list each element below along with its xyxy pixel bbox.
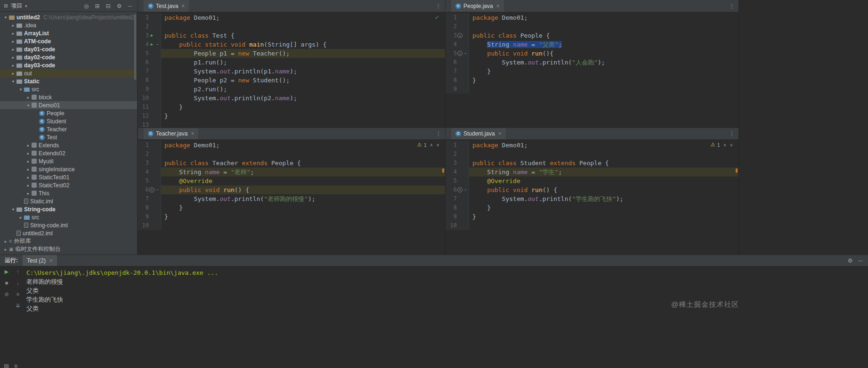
overriding-gutter-icon[interactable]: ↑: [457, 187, 462, 192]
code-line-1[interactable]: 1package Demo01;: [446, 13, 738, 22]
chevron-expanded-icon[interactable]: ▾: [3, 15, 8, 20]
code-line-10[interactable]: 10: [446, 221, 738, 230]
tab-options-icon[interactable]: ⋮: [436, 3, 441, 9]
code-line-5[interactable]: 5 People p1 = new Teacher();: [138, 49, 445, 58]
overridden-gutter-icon[interactable]: ↓: [457, 51, 462, 56]
down-icon[interactable]: ↓: [14, 280, 22, 286]
tree-item-untitled2[interactable]: ▾untitled2C:\Users\jiang\IdeaProjects\un…: [0, 13, 137, 21]
chevron-expanded-icon[interactable]: ▾: [10, 207, 16, 212]
chevron-collapsed-icon[interactable]: ▸: [25, 151, 31, 156]
chevron-collapsed-icon[interactable]: ▸: [25, 159, 31, 164]
code-line-3[interactable]: 3▶public class Test {: [138, 31, 445, 40]
settings-icon[interactable]: ⚙: [117, 3, 122, 9]
code-line-6[interactable]: 6↑− public void run() {: [138, 185, 445, 194]
chevron-collapsed-icon[interactable]: ▸: [10, 39, 16, 44]
inspections-widget-test[interactable]: ✓: [435, 14, 439, 21]
code-line-4[interactable]: 4▶− public static void main(String[] arg…: [138, 40, 445, 49]
tree-item-out[interactable]: ▸out: [0, 69, 137, 77]
chevron-collapsed-icon[interactable]: ▸: [10, 23, 16, 28]
tab-options-icon[interactable]: ⋮: [436, 130, 441, 137]
overriding-gutter-icon[interactable]: ↑: [149, 187, 154, 192]
tab-teacher-java[interactable]: C Teacher.java ×: [144, 128, 198, 140]
chevron-collapsed-icon[interactable]: ▸: [25, 167, 31, 172]
tree-item-StaticTest01[interactable]: ▸StaticTest01: [0, 173, 137, 181]
chevron-collapsed-icon[interactable]: ▸: [10, 31, 16, 36]
code-line-2[interactable]: 2: [138, 22, 445, 31]
code-line-8[interactable]: 8 }: [446, 203, 738, 212]
chevron-expanded-icon[interactable]: ▾: [18, 87, 24, 92]
tree-item-Demo01[interactable]: ▾Demo01: [0, 101, 137, 109]
tree-item-People[interactable]: CPeople: [0, 109, 137, 117]
hide-icon[interactable]: ─: [858, 257, 862, 264]
tree-item-临时文件和控制台[interactable]: ▸▣临时文件和控制台: [0, 245, 137, 253]
code-line-7[interactable]: 7 System.out.println("老师跑的很慢");: [138, 194, 445, 203]
code-area-test[interactable]: 1package Demo01;23▶public class Test {4▶…: [138, 12, 445, 128]
project-view-icon[interactable]: ⊞: [4, 3, 8, 9]
hide-icon[interactable]: ─: [128, 3, 132, 9]
tree-item-src[interactable]: ▾src: [0, 85, 137, 93]
settings-icon[interactable]: ⚙: [848, 257, 853, 264]
chevron-collapsed-icon[interactable]: ▸: [10, 71, 16, 76]
bottom-toolbar-icon[interactable]: ▤: [4, 363, 9, 368]
chevron-collapsed-icon[interactable]: ▸: [3, 247, 8, 252]
chevron-expanded-icon[interactable]: ▾: [25, 103, 31, 108]
prev-problem-icon[interactable]: ∧: [723, 143, 727, 147]
console-output[interactable]: C:\Users\jiang\.jdks\openjdk-20.0.1\bin\…: [26, 268, 218, 313]
tree-item-ArrayList[interactable]: ▸ArrayList: [0, 29, 137, 37]
code-line-7[interactable]: 7 System.out.println("学生跑的飞快");: [446, 194, 738, 203]
code-line-8[interactable]: 8 }: [138, 203, 445, 212]
tree-item-Static[interactable]: ▾Static: [0, 77, 137, 85]
code-line-3[interactable]: 3public class Teacher extends People {: [138, 159, 445, 168]
tab-options-icon[interactable]: ⋮: [729, 3, 735, 9]
code-line-1[interactable]: 1package Demo01;: [138, 141, 445, 150]
code-line-2[interactable]: 2: [138, 150, 445, 159]
code-line-6[interactable]: 6↑− public void run() {: [446, 185, 738, 194]
close-tab-icon[interactable]: ×: [181, 3, 185, 9]
fold-icon[interactable]: −: [463, 49, 468, 58]
tree-item-Extends02[interactable]: ▸Extends02: [0, 149, 137, 157]
bottom-toolbar-icon[interactable]: ≡: [14, 363, 17, 368]
tree-item-StaticTest02[interactable]: ▸StaticTest02: [0, 181, 137, 189]
chevron-down-icon[interactable]: ▾: [25, 4, 27, 8]
code-line-4[interactable]: 4 String name = "老师";: [138, 168, 445, 176]
fold-icon[interactable]: −: [155, 40, 160, 49]
chevron-collapsed-icon[interactable]: ▸: [10, 63, 16, 68]
next-problem-icon[interactable]: ∨: [730, 143, 733, 147]
close-tab-icon[interactable]: ×: [498, 130, 502, 137]
tree-item-.idea[interactable]: ▸.idea: [0, 21, 137, 29]
chevron-collapsed-icon[interactable]: ▸: [3, 239, 8, 244]
run-gutter-icon[interactable]: ▶: [149, 40, 155, 49]
code-line-4[interactable]: 4 String name = "父类";: [446, 40, 738, 49]
code-area-student[interactable]: 1package Demo01;23public class Student e…: [446, 139, 738, 230]
code-line-8[interactable]: 8}: [446, 76, 738, 85]
tab-options-icon[interactable]: ⋮: [729, 130, 735, 137]
chevron-collapsed-icon[interactable]: ▸: [10, 55, 16, 60]
code-line-11[interactable]: 11 }: [138, 103, 445, 112]
fold-icon[interactable]: −: [463, 185, 468, 194]
inspections-widget-teacher[interactable]: ⚠ 1 ∧ ∨: [417, 142, 439, 148]
scroll-end-icon[interactable]: ⇊: [14, 303, 22, 309]
chevron-collapsed-icon[interactable]: ▸: [18, 215, 24, 220]
inspections-widget-student[interactable]: ⚠ 1 ∧ ∨: [711, 142, 733, 148]
code-line-5[interactable]: 5↓− public void run(){: [446, 49, 738, 58]
tree-item-Myutil[interactable]: ▸Myutil: [0, 157, 137, 165]
chevron-collapsed-icon[interactable]: ▸: [25, 183, 31, 188]
chevron-collapsed-icon[interactable]: ▸: [10, 47, 16, 52]
code-line-6[interactable]: 6 System.out.println("人会跑");: [446, 58, 738, 67]
tree-item-day02-code[interactable]: ▸day02-code: [0, 53, 137, 61]
code-line-4[interactable]: 4 String name = "学生";: [446, 168, 738, 176]
code-line-2[interactable]: 2: [446, 150, 738, 159]
close-run-tab-icon[interactable]: ×: [49, 257, 53, 264]
code-line-10[interactable]: 10 System.out.println(p2.name);: [138, 94, 445, 103]
close-tab-icon[interactable]: ×: [496, 3, 500, 9]
next-problem-icon[interactable]: ∨: [436, 143, 439, 147]
tab-student-java[interactable]: C Student.java ×: [451, 128, 506, 140]
prev-problem-icon[interactable]: ∧: [430, 143, 433, 147]
code-line-8[interactable]: 8 People p2 = new Student();: [138, 76, 445, 85]
tree-scrollbar[interactable]: [134, 14, 136, 80]
warning-stripe-mark[interactable]: [442, 168, 444, 173]
code-line-9[interactable]: 9}: [446, 212, 738, 221]
clear-icon[interactable]: ⊘: [3, 291, 10, 297]
tree-item-Static.iml[interactable]: Static.iml: [0, 197, 137, 205]
code-line-9[interactable]: 9: [446, 85, 738, 94]
